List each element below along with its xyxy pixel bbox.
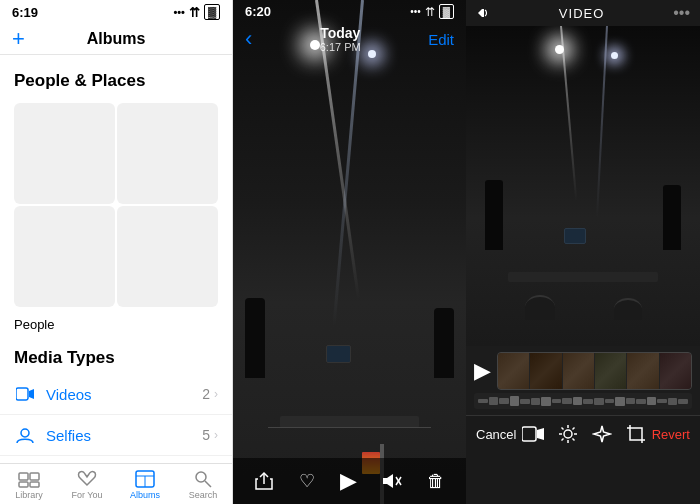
selfie-icon: [14, 424, 36, 446]
albums-panel: 6:19 ••• ⇈ ▓ + Albums People & Places Pe…: [0, 0, 233, 504]
svg-line-22: [205, 481, 211, 487]
svg-marker-25: [478, 9, 482, 17]
svg-point-2: [21, 429, 29, 437]
svg-rect-15: [30, 473, 39, 480]
svg-rect-17: [30, 482, 39, 487]
nav-item-for-you[interactable]: For You: [58, 470, 116, 500]
status-icons-albums: ••• ⇈ ▓: [173, 4, 220, 20]
media-types-list: Videos 2 › Selfies 5 ›: [0, 374, 232, 463]
selfies-count: 5: [202, 427, 210, 443]
status-time-photo: 6:20: [245, 4, 271, 19]
delete-photo-button[interactable]: 🗑: [427, 471, 445, 492]
albums-header: + Albums: [0, 24, 232, 55]
play-button[interactable]: ▶: [340, 468, 357, 494]
signal-photo-icon: •••: [410, 6, 421, 17]
people-cell-4[interactable]: [117, 206, 218, 307]
photo-panel: 6:20 ••• ⇈ ▓ ‹ Today 6:17 PM Edit ♡: [233, 0, 466, 504]
nav-item-albums[interactable]: Albums: [116, 470, 174, 500]
svg-line-34: [562, 428, 564, 430]
status-time-albums: 6:19: [12, 5, 38, 20]
search-icon: [194, 470, 212, 488]
bottom-nav: Library For You Albums: [0, 463, 232, 504]
photo-date-title: Today: [320, 25, 361, 41]
mute-button[interactable]: [382, 473, 402, 489]
svg-rect-26: [482, 9, 484, 17]
svg-rect-27: [522, 427, 536, 441]
videos-chevron: ›: [214, 387, 218, 401]
video-tool-camera[interactable]: [522, 426, 544, 442]
people-cell-1[interactable]: [14, 103, 115, 204]
media-item-videos[interactable]: Videos 2 ›: [0, 374, 232, 415]
albums-nav-label: Albums: [130, 490, 160, 500]
for-you-label: For You: [71, 490, 102, 500]
selfies-chevron: ›: [214, 428, 218, 442]
video-icon: [14, 383, 36, 405]
for-you-icon: [77, 470, 97, 488]
selfies-label: Selfies: [46, 427, 202, 444]
wifi-icon: ⇈: [189, 5, 200, 20]
media-item-selfies[interactable]: Selfies 5 ›: [0, 415, 232, 456]
svg-rect-16: [19, 482, 28, 487]
video-header-title: VIDEO: [559, 6, 604, 21]
videos-label: Videos: [46, 386, 202, 403]
albums-content: People & Places People Media Types Video…: [0, 55, 232, 463]
status-icons-video-left: [476, 6, 490, 20]
photo-back-button[interactable]: ‹: [245, 26, 252, 52]
videos-count: 2: [202, 386, 210, 402]
svg-marker-28: [537, 428, 544, 440]
photo-edit-button[interactable]: Edit: [428, 31, 454, 48]
svg-point-21: [196, 472, 206, 482]
video-tool-effects[interactable]: [592, 424, 612, 444]
media-types-section-title: Media Types: [0, 342, 232, 374]
people-cell-2[interactable]: [117, 103, 218, 204]
albums-nav-icon: [135, 470, 155, 488]
battery-photo-icon: ▓: [439, 4, 454, 19]
battery-icon: ▓: [204, 4, 220, 20]
svg-rect-0: [16, 388, 28, 400]
revert-button[interactable]: Revert: [652, 427, 690, 442]
albums-title: Albums: [87, 30, 146, 48]
svg-line-36: [562, 439, 564, 441]
media-item-live-photos[interactable]: Live Photos 1 ›: [0, 456, 232, 463]
photo-time-subtitle: 6:17 PM: [320, 41, 361, 53]
people-cell-3[interactable]: [14, 206, 115, 307]
favorite-button[interactable]: ♡: [299, 470, 315, 492]
nav-item-library[interactable]: Library: [0, 470, 58, 500]
video-more-button[interactable]: •••: [673, 4, 690, 22]
status-icons-photo: ••• ⇈ ▓: [410, 4, 454, 19]
people-places-section-title: People & Places: [0, 65, 232, 97]
add-album-button[interactable]: +: [12, 28, 25, 50]
status-bar-albums: 6:19 ••• ⇈ ▓: [0, 0, 232, 24]
library-icon: [18, 470, 40, 488]
cancel-button[interactable]: Cancel: [476, 427, 516, 442]
wifi-photo-icon: ⇈: [425, 5, 435, 19]
svg-line-37: [573, 428, 575, 430]
svg-marker-1: [29, 389, 34, 399]
share-button[interactable]: [254, 471, 274, 491]
video-tool-brightness[interactable]: [558, 424, 578, 444]
video-play-button[interactable]: ▶: [474, 358, 491, 384]
svg-point-29: [564, 430, 572, 438]
svg-line-35: [573, 439, 575, 441]
nav-item-search[interactable]: Search: [174, 470, 232, 500]
library-label: Library: [15, 490, 43, 500]
video-panel: VIDEO ••• ▶: [466, 0, 700, 504]
svg-rect-14: [19, 473, 28, 480]
video-tool-crop[interactable]: [626, 424, 646, 444]
signal-icon: •••: [173, 6, 185, 18]
people-grid: [0, 97, 232, 313]
people-label: People: [0, 313, 232, 342]
search-label: Search: [189, 490, 218, 500]
